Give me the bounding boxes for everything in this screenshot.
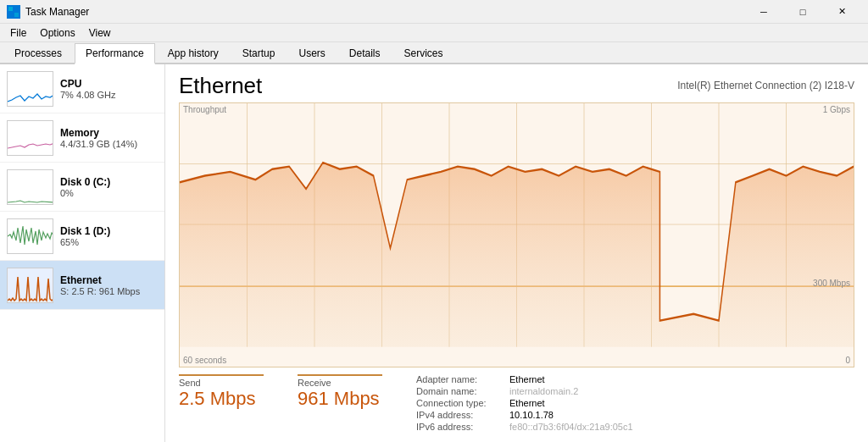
chart-mid-label: 300 Mbps — [813, 279, 850, 288]
disk1-info: Disk 1 (D:) 65% — [60, 225, 158, 247]
detail-domain-key: Domain name: — [416, 386, 509, 396]
send-block: Send 2.5 Mbps — [179, 374, 264, 435]
svg-rect-3 — [14, 13, 19, 17]
detail-adapter: Adapter name: Ethernet — [416, 374, 854, 384]
detail-adapter-val: Ethernet — [509, 374, 545, 384]
tab-startup[interactable]: Startup — [231, 43, 287, 63]
tab-users[interactable]: Users — [287, 43, 336, 63]
cpu-info: CPU 7% 4.08 GHz — [60, 78, 158, 100]
chart-bottom-right-label: 0 — [845, 356, 850, 365]
menu-file[interactable]: File — [3, 25, 33, 41]
detail-domain-val: internaldomain.2 — [509, 386, 578, 396]
detail-domain: Domain name: internaldomain.2 — [416, 386, 854, 396]
ethernet-stat: S: 2.5 R: 961 Mbps — [60, 286, 158, 296]
sidebar-item-disk1[interactable]: Disk 1 (D:) 65% — [0, 212, 164, 261]
svg-rect-2 — [8, 13, 13, 17]
title-bar-controls: ─ □ ✕ — [744, 0, 861, 24]
disk1-name: Disk 1 (D:) — [60, 225, 158, 237]
main-content: CPU 7% 4.08 GHz Memory 4.4/31.9 GB (14%) — [0, 64, 868, 442]
restore-button[interactable]: □ — [783, 0, 822, 24]
receive-label: Receive — [298, 374, 382, 388]
ethernet-name: Ethernet — [60, 274, 158, 286]
memory-stat: 4.4/31.9 GB (14%) — [60, 139, 158, 149]
detail-conntype-key: Connection type: — [416, 398, 509, 408]
tab-details[interactable]: Details — [338, 43, 392, 63]
detail-ipv6-key: IPv6 address: — [416, 422, 509, 432]
chart-bottom-left-label: 60 seconds — [183, 356, 226, 365]
disk0-info: Disk 0 (C:) 0% — [60, 176, 158, 198]
detail-ipv6: IPv6 address: fe80::d7b3:6f04/dx:21a9:05… — [416, 422, 854, 432]
sidebar-item-cpu[interactable]: CPU 7% 4.08 GHz — [0, 64, 164, 113]
sidebar-item-ethernet[interactable]: Ethernet S: 2.5 R: 961 Mbps — [0, 261, 164, 310]
sidebar: CPU 7% 4.08 GHz Memory 4.4/31.9 GB (14%) — [0, 64, 165, 442]
detail-conntype: Connection type: Ethernet — [416, 398, 854, 408]
stat-details: Adapter name: Ethernet Domain name: inte… — [416, 374, 854, 435]
tab-app-history[interactable]: App history — [157, 43, 230, 63]
menu-options[interactable]: Options — [33, 25, 81, 41]
cpu-stat: 7% 4.08 GHz — [60, 90, 158, 100]
ethernet-thumbnail — [7, 268, 53, 303]
detail-conntype-val: Ethernet — [509, 398, 545, 408]
svg-rect-0 — [8, 7, 13, 11]
title-bar-left: Task Manager — [7, 5, 89, 19]
title-bar: Task Manager ─ □ ✕ — [0, 0, 868, 24]
chart-svg — [180, 103, 854, 367]
svg-rect-5 — [8, 121, 53, 156]
send-label: Send — [179, 374, 264, 388]
tabs-bar: Processes Performance App history Startu… — [0, 42, 868, 64]
app-icon — [7, 5, 20, 19]
detail-adapter-key: Adapter name: — [416, 374, 509, 384]
receive-block: Receive 961 Mbps — [298, 374, 382, 435]
sidebar-item-disk0[interactable]: Disk 0 (C:) 0% — [0, 163, 164, 212]
svg-rect-6 — [8, 170, 53, 205]
svg-marker-21 — [180, 163, 854, 347]
throughput-label: Throughput — [183, 105, 226, 114]
ethernet-info: Ethernet S: 2.5 R: 961 Mbps — [60, 274, 158, 296]
minimize-button[interactable]: ─ — [744, 0, 783, 24]
ethernet-chart: Throughput 1 Gbps 300 Mbps 60 seconds 0 — [179, 102, 854, 367]
right-panel: Ethernet Intel(R) Ethernet Connection (2… — [165, 64, 868, 442]
close-button[interactable]: ✕ — [822, 0, 861, 24]
detail-ipv4-key: IPv4 address: — [416, 410, 509, 420]
panel-title: Ethernet — [179, 73, 262, 99]
disk1-thumbnail — [7, 218, 53, 254]
stats-row: Send 2.5 Mbps Receive 961 Mbps Adapter n… — [179, 374, 854, 442]
svg-rect-1 — [14, 7, 19, 11]
svg-rect-4 — [8, 72, 53, 107]
send-value: 2.5 Mbps — [179, 388, 264, 410]
menu-view[interactable]: View — [82, 25, 118, 41]
memory-info: Memory 4.4/31.9 GB (14%) — [60, 127, 158, 149]
memory-name: Memory — [60, 127, 158, 139]
detail-ipv4-val: 10.10.1.78 — [509, 410, 554, 420]
cpu-thumbnail — [7, 71, 53, 107]
disk1-stat: 65% — [60, 237, 158, 247]
memory-thumbnail — [7, 120, 53, 156]
chart-top-label: 1 Gbps — [823, 105, 850, 114]
detail-ipv6-val: fe80::d7b3:6f04/dx:21a9:05c1 — [509, 422, 633, 432]
disk0-stat: 0% — [60, 188, 158, 198]
panel-header: Ethernet Intel(R) Ethernet Connection (2… — [179, 73, 854, 99]
disk0-name: Disk 0 (C:) — [60, 176, 158, 188]
menu-bar: File Options View — [0, 24, 868, 42]
detail-ipv4: IPv4 address: 10.10.1.78 — [416, 410, 854, 420]
title-bar-title: Task Manager — [25, 6, 89, 18]
cpu-name: CPU — [60, 78, 158, 90]
tab-services[interactable]: Services — [393, 43, 454, 63]
disk0-thumbnail — [7, 169, 53, 205]
sidebar-item-memory[interactable]: Memory 4.4/31.9 GB (14%) — [0, 113, 164, 163]
tab-processes[interactable]: Processes — [3, 43, 73, 63]
receive-value: 961 Mbps — [298, 388, 382, 410]
panel-subtitle: Intel(R) Ethernet Connection (2) I218-V — [677, 80, 854, 91]
tab-performance[interactable]: Performance — [75, 43, 155, 64]
